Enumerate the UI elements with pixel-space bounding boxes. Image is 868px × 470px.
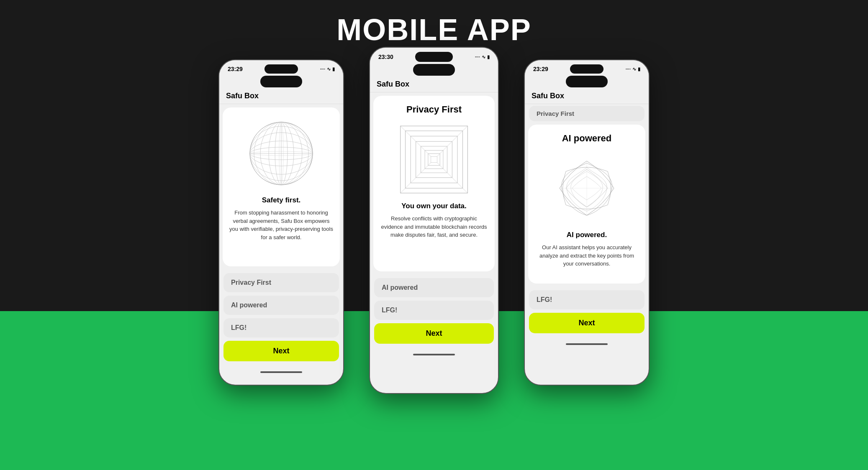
- content-title-center: Privacy First: [406, 104, 462, 115]
- star-svg: [549, 151, 624, 226]
- time-left: 23:29: [228, 66, 243, 72]
- content-title-right: AI powered: [562, 133, 612, 144]
- globe-svg: [244, 116, 319, 191]
- status-icons-left: ···· ∿ ▮: [320, 66, 335, 72]
- svg-line-22: [437, 126, 467, 156]
- bottom-left: Privacy First AI powered LFG! Next: [219, 270, 343, 368]
- content-left: Safety first. From stopping harassment t…: [223, 107, 340, 266]
- battery-icon-r: ▮: [638, 66, 640, 72]
- nav-title-right: Safu Box: [525, 89, 649, 104]
- status-bar-center: 23:30 ···· ∿ ▮: [370, 48, 498, 64]
- dynamic-island-left: [265, 64, 298, 74]
- dynamic-island-right-center: [566, 76, 608, 87]
- home-indicator-center: [413, 354, 455, 355]
- status-bar-left: 23:29 ···· ∿ ▮: [219, 60, 343, 76]
- phones-container: 23:29 ···· ∿ ▮ Safu Box: [218, 59, 650, 394]
- subtitle-right: AI powered.: [567, 231, 607, 239]
- signal-icon-r: ····: [626, 66, 631, 72]
- dynamic-island-center-bar: [413, 64, 455, 76]
- pill-privacy-first[interactable]: Privacy First: [223, 273, 339, 292]
- phone-left: 23:29 ···· ∿ ▮ Safu Box: [218, 59, 344, 386]
- pill-lfg-r[interactable]: LFG!: [529, 290, 645, 309]
- svg-rect-20: [431, 156, 437, 163]
- description-left: From stopping harassment to honoring ver…: [229, 209, 333, 241]
- battery-icon: ▮: [332, 66, 335, 72]
- dynamic-island-center: [415, 52, 453, 62]
- nav-title-left: Safu Box: [219, 89, 343, 104]
- svg-line-21: [401, 126, 431, 156]
- dynamic-island-left-center: [260, 76, 302, 87]
- star-illustration: [549, 151, 624, 226]
- next-button-center[interactable]: Next: [374, 323, 494, 344]
- home-indicator-left: [260, 371, 302, 373]
- home-indicator-right: [566, 343, 608, 345]
- wifi-icon-c: ∿: [482, 54, 485, 60]
- description-center: Resolve conflicts with cryptographic evi…: [380, 215, 488, 239]
- content-right: AI powered AI powered: [528, 125, 645, 284]
- description-right: Our AI assistant helps you accurately an…: [535, 243, 639, 268]
- subtitle-left: Safety first.: [262, 196, 301, 204]
- status-icons-center: ···· ∿ ▮: [475, 54, 490, 60]
- page-title: MOBILE APP: [336, 13, 531, 47]
- pill-lfg[interactable]: LFG!: [223, 318, 339, 337]
- time-right: 23:29: [533, 66, 548, 72]
- cube-illustration: [396, 122, 472, 197]
- dynamic-island-right: [570, 64, 603, 74]
- next-button-right[interactable]: Next: [529, 313, 645, 333]
- content-center: Privacy First: [373, 96, 495, 271]
- svg-line-24: [437, 162, 467, 193]
- bottom-right: LFG! Next: [525, 287, 649, 340]
- battery-icon-c: ▮: [487, 54, 490, 60]
- subtitle-center: You own your data.: [401, 202, 467, 210]
- pill-lfg-c[interactable]: LFG!: [374, 301, 494, 320]
- status-bar-right: 23:29 ···· ∿ ▮: [525, 60, 649, 76]
- nav-subtitle-right: Privacy First: [529, 106, 645, 121]
- phone-center: 23:30 ···· ∿ ▮ Safu Box Privacy First: [369, 47, 499, 394]
- signal-icon-c: ····: [475, 54, 480, 59]
- wifi-icon-r: ∿: [632, 66, 636, 72]
- nav-title-center: Safu Box: [370, 77, 498, 92]
- status-icons-right: ···· ∿ ▮: [626, 66, 640, 72]
- wifi-icon: ∿: [327, 66, 331, 72]
- svg-line-23: [401, 162, 431, 193]
- globe-illustration: [244, 116, 319, 191]
- time-center: 23:30: [378, 54, 393, 60]
- signal-icon: ····: [320, 66, 325, 72]
- pill-ai-powered[interactable]: AI powered: [223, 296, 339, 315]
- next-button-left[interactable]: Next: [223, 341, 339, 361]
- cube-svg: [396, 121, 472, 198]
- bottom-center: AI powered LFG! Next: [370, 275, 498, 350]
- phone-right: 23:29 ···· ∿ ▮ Safu Box Privacy First AI…: [524, 59, 650, 386]
- pill-ai-powered-c[interactable]: AI powered: [374, 278, 494, 297]
